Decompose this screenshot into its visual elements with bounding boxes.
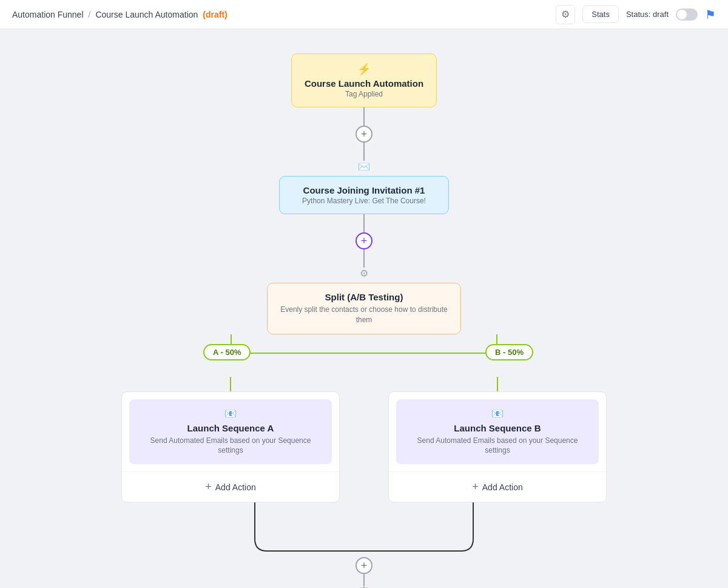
branch-a: 📧 Launch Sequence A Send Automated Email… [121,377,340,503]
header-actions: ⚙ Stats Status: draft ⚑ [556,5,716,24]
add-button-1[interactable]: + [356,126,372,143]
add-action-b-label: Add Action [482,482,523,492]
seq-a-icon: 📧 [139,408,322,419]
branch-b: 📧 Launch Sequence B Send Automated Email… [388,377,607,503]
add-button-2[interactable]: + [356,232,372,249]
branch-a-label: A - 50% [203,344,251,360]
merge-lines [91,502,637,557]
email-node[interactable]: Course Joining Invitation #1 Python Mast… [279,176,449,214]
flag-icon[interactable]: ⚑ [705,7,716,22]
seq-b-icon: 📧 [406,408,589,419]
connector-3 [363,214,365,232]
breadcrumb-current: Course Launch Automation [95,10,198,19]
seq-b-subtitle: Send Automated Emails based on your Sequ… [406,436,589,456]
breadcrumb-separator: / [89,10,91,19]
trigger-title: Course Launch Automation [302,78,426,89]
spacer-split [91,334,637,377]
breadcrumb-parent[interactable]: Automation Funnel [12,10,84,19]
status-toggle[interactable] [676,8,698,21]
split-h-bar [231,353,497,354]
canvas: ⚡ Course Launch Automation Tag Applied +… [0,29,728,588]
email-node-icon: ✉️ [358,161,370,172]
trigger-node[interactable]: ⚡ Course Launch Automation Tag Applied [291,53,437,107]
status-label: Status: draft [626,10,669,19]
add-action-a[interactable]: + Add Action [122,471,339,502]
sequence-b-card[interactable]: 📧 Launch Sequence B Send Automated Email… [388,391,607,503]
add-action-a-plus-icon: + [205,481,212,493]
branch-a-connector [230,377,231,391]
connector-2 [363,143,365,161]
seq-a-title: Launch Sequence A [139,423,322,433]
trigger-subtitle: Tag Applied [302,90,426,98]
split-subtitle: Evenly split the contacts or choose how … [277,305,451,325]
branches-row: 📧 Launch Sequence A Send Automated Email… [91,377,637,503]
email-subtitle: Python Mastery Live: Get The Course! [289,197,439,205]
seq-b-title: Launch Sequence B [406,423,589,433]
branch-b-label: B - 50% [485,344,533,360]
gear-button[interactable]: ⚙ [556,5,575,24]
header: Automation Funnel / Course Launch Automa… [0,0,728,29]
add-action-b-plus-icon: + [472,481,479,493]
add-button-3[interactable]: + [356,557,372,574]
add-action-b[interactable]: + Add Action [389,471,606,502]
branch-b-connector [497,377,498,391]
connector-1 [363,107,365,126]
plus-icon-1: + [361,128,368,141]
gear-icon: ⚙ [561,8,570,20]
sequence-a-inner: 📧 Launch Sequence A Send Automated Email… [129,399,332,465]
breadcrumb-draft: (draft) [203,10,227,19]
split-node-icon: ⚙ [360,268,368,279]
trigger-icon: ⚡ [302,63,426,76]
branch-b-label-wrapper: B - 50% [485,344,533,360]
split-node[interactable]: Split (A/B Testing) Evenly split the con… [267,283,461,334]
split-title: Split (A/B Testing) [277,292,451,302]
sequence-a-card[interactable]: 📧 Launch Sequence A Send Automated Email… [121,391,340,503]
seq-a-subtitle: Send Automated Emails based on your Sequ… [139,436,322,456]
breadcrumb: Automation Funnel / Course Launch Automa… [12,10,228,19]
sequence-b-inner: 📧 Launch Sequence B Send Automated Email… [396,399,599,465]
connector-4 [363,249,365,268]
merge-svg [224,502,504,557]
plus-icon-3: + [361,559,368,572]
connector-5 [363,574,365,586]
add-action-a-label: Add Action [215,482,256,492]
email-title: Course Joining Invitation #1 [289,185,439,195]
branch-a-label-wrapper: A - 50% [203,344,251,360]
stats-button[interactable]: Stats [582,5,619,23]
plus-icon-2: + [361,235,368,248]
split-container: A - 50% B - 50% 📧 Launch Sequence A Send… [91,334,637,558]
